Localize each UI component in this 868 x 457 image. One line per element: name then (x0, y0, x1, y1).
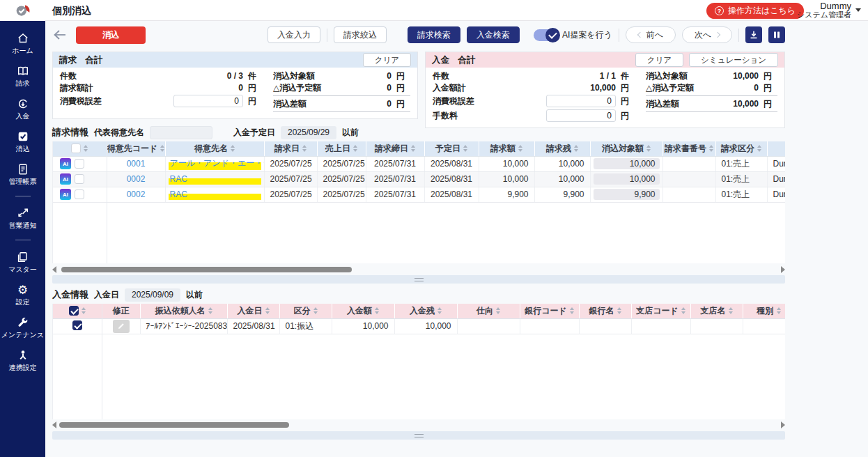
payment-tax-error-row: 消費税誤差 円 (433, 94, 635, 108)
sidebar-item-maintenance[interactable]: メンテナンス (1, 316, 44, 339)
col-branch-code[interactable]: 支店コード (631, 304, 690, 318)
payment-count-value: 1 / 1 (600, 71, 616, 81)
customer-code-link[interactable]: 0001 (127, 159, 146, 169)
billing-table: 得意先コード 得意先名 請求日 売上日 請求締日 予定日 請求額 請求残 消込対… (52, 141, 785, 263)
reconcile-target-field[interactable]: 10,000 (594, 173, 660, 185)
sidebar-item-label: 設定 (16, 298, 30, 306)
scrollbar-thumb[interactable] (59, 422, 289, 428)
billing-select-all-checkbox[interactable] (71, 144, 81, 153)
col-type[interactable]: 種別 (743, 304, 785, 318)
billing-amount-row: 請求額計 0 円 (60, 82, 262, 93)
payment-input-button[interactable]: 入金入力 (268, 26, 320, 43)
col-branch-name[interactable]: 支店名 (690, 304, 743, 318)
download-button[interactable] (745, 26, 762, 43)
payment-search-button[interactable]: 入金検索 (467, 26, 520, 43)
customer-code-link[interactable]: 0002 (127, 174, 146, 184)
customer-name-link[interactable]: RAC (169, 173, 261, 185)
simulation-button[interactable]: シミュレーション (689, 53, 778, 67)
payment-select-all-checkbox[interactable] (69, 306, 79, 316)
user-menu[interactable]: Dummy システム管理者 (797, 1, 851, 20)
col-bank-code[interactable]: 銀行コード (520, 304, 579, 318)
sidebar-item-reconcile[interactable]: 消込 (16, 130, 30, 153)
scroll-right-icon[interactable] (781, 421, 785, 428)
row-checkbox[interactable] (75, 159, 84, 169)
col-payment-amount[interactable]: 入金額 (332, 304, 394, 318)
sidebar-item-settings[interactable]: ⚙ 設定 (16, 284, 30, 306)
next-button[interactable]: 次へ (682, 26, 732, 43)
prev-button[interactable]: 前へ (626, 26, 676, 43)
customer-code-link[interactable]: 0002 (127, 189, 146, 199)
billing-resize-handle[interactable] (52, 275, 785, 284)
col-payment-date[interactable]: 入金日 (227, 304, 279, 318)
billing-clear-button[interactable]: クリア (363, 53, 411, 67)
col-payer-name[interactable]: 振込依頼人名 (140, 304, 227, 318)
home-icon (17, 32, 29, 45)
sidebar-item-home[interactable]: ホーム (12, 32, 33, 54)
app-logo[interactable] (0, 0, 45, 21)
payment-tax-error-input[interactable] (546, 95, 616, 107)
sidebar-item-reports[interactable]: 管理帳票 (9, 163, 37, 185)
scroll-right-icon[interactable] (781, 266, 785, 273)
help-button[interactable]: ? 操作方法はこちら (706, 3, 804, 19)
bill-date-cell: 2025/07/25 (264, 171, 317, 187)
payment-date-field[interactable]: 2025/09/09 (125, 288, 180, 302)
row-checkbox[interactable] (75, 174, 84, 184)
billing-target-value: 0 (387, 71, 392, 81)
billing-filter-button[interactable]: 請求絞込 (334, 26, 387, 43)
bill-remaining-cell: 9,900 (534, 187, 590, 202)
billing-hscrollbar[interactable] (52, 265, 785, 274)
scroll-left-icon[interactable] (52, 266, 56, 273)
col-bill-category[interactable]: 請求区分 (715, 141, 767, 156)
edit-button[interactable] (113, 320, 130, 333)
billing-tax-error-input[interactable] (173, 95, 243, 107)
sort-icon[interactable] (82, 307, 86, 314)
sort-icon[interactable] (84, 145, 88, 152)
col-closing-date[interactable]: 請求締日 (366, 141, 424, 156)
row-checkbox[interactable] (72, 320, 82, 330)
pencil-icon (118, 323, 125, 330)
payment-resize-handle[interactable] (52, 431, 785, 440)
col-payment-remaining[interactable]: 入金残 (394, 304, 457, 318)
ai-badge: AI (60, 173, 71, 185)
customer-name-link[interactable]: アール・アンド・エー・シー (169, 157, 261, 171)
col-reconcile-target[interactable]: 消込対象額 (590, 141, 662, 156)
ai-suggestion-toggle[interactable]: AI提案を行う (534, 29, 612, 41)
col-category[interactable]: 区分 (279, 304, 332, 318)
chevron-right-icon (715, 32, 720, 38)
col-invoice-no[interactable]: 請求書番号 (662, 141, 715, 156)
payment-clear-button[interactable]: クリア (635, 53, 683, 67)
col-destination[interactable]: 仕向 (457, 304, 520, 318)
reconcile-target-field[interactable]: 10,000 (594, 158, 660, 169)
scroll-left-icon[interactable] (52, 421, 56, 428)
col-customer-name[interactable]: 得意先名 (165, 141, 264, 156)
sort-icon (160, 145, 164, 152)
sidebar-item-billing[interactable]: 請求 (16, 65, 30, 87)
customer-name-link[interactable]: RAC (169, 189, 261, 201)
col-bank-name[interactable]: 銀行名 (579, 304, 631, 318)
payment-planned-value: 0 (754, 83, 759, 93)
row-checkbox[interactable] (75, 189, 84, 199)
sidebar-item-payment[interactable]: 入金 (16, 98, 30, 120)
payment-fee-input[interactable] (546, 109, 616, 122)
sidebar-item-integration[interactable]: 連携設定 (9, 349, 37, 371)
billing-search-button[interactable]: 請求検索 (408, 26, 460, 43)
sidebar-item-sales-notice[interactable]: 営業通知 (9, 207, 37, 229)
reconcile-target-field[interactable]: 9,900 (594, 189, 660, 200)
col-bill-amount[interactable]: 請求額 (479, 141, 534, 156)
payment-hscrollbar[interactable] (52, 421, 785, 429)
col-bill-date[interactable]: 請求日 (264, 141, 317, 156)
billing-row-2: AI 0002 RAC 2025/07/25 2025/07/25 2025/0… (53, 171, 785, 187)
col-sales-date[interactable]: 売上日 (317, 141, 366, 156)
scrollbar-thumb[interactable] (61, 267, 352, 272)
closing-date-cell: 2025/07/31 (366, 156, 424, 171)
col-customer-code[interactable]: 得意先コード (107, 141, 165, 156)
pause-button[interactable] (768, 26, 785, 43)
rep-customer-input[interactable] (150, 126, 212, 139)
pause-icon (772, 30, 782, 40)
col-due-date[interactable]: 予定日 (424, 141, 479, 156)
back-arrow-button[interactable] (52, 27, 68, 42)
due-date-field[interactable]: 2025/09/29 (281, 126, 336, 139)
reconcile-button[interactable]: 消込 (76, 26, 146, 44)
sidebar-item-master[interactable]: マスター (8, 251, 37, 273)
col-bill-remaining[interactable]: 請求残 (534, 141, 590, 156)
